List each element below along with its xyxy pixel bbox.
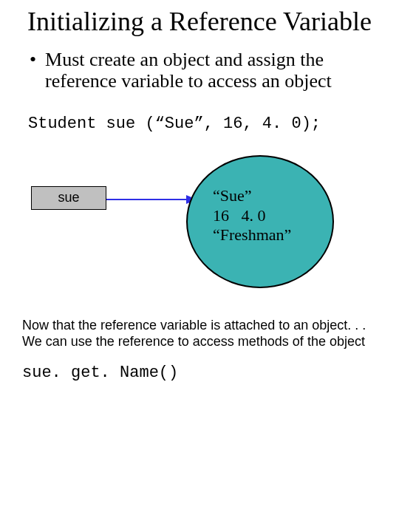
object-line-1: “Sue” [213, 186, 291, 205]
object-line-2: 16 4. 0 [213, 206, 291, 225]
object-contents: “Sue” 16 4. 0 “Freshman” [213, 186, 291, 245]
code-declaration: Student sue (“Sue”, 16, 4. 0); [0, 92, 399, 133]
reference-diagram: sue “Sue” 16 4. 0 “Freshman” [0, 155, 399, 318]
bullet-marker: • [30, 49, 45, 93]
arrow-icon [106, 192, 197, 207]
method-call-code: sue. get. Name() [0, 350, 399, 382]
reference-variable-box: sue [31, 186, 106, 210]
bullet-text: Must create an object and assign the ref… [45, 49, 377, 93]
object-line-3: “Freshman” [213, 225, 291, 245]
bullet-item: • Must create an object and assign the r… [30, 49, 377, 93]
bullet-list: • Must create an object and assign the r… [0, 43, 399, 93]
footer-paragraph: Now that the reference variable is attac… [0, 318, 399, 349]
slide-title: Initializing a Reference Variable [0, 0, 399, 43]
